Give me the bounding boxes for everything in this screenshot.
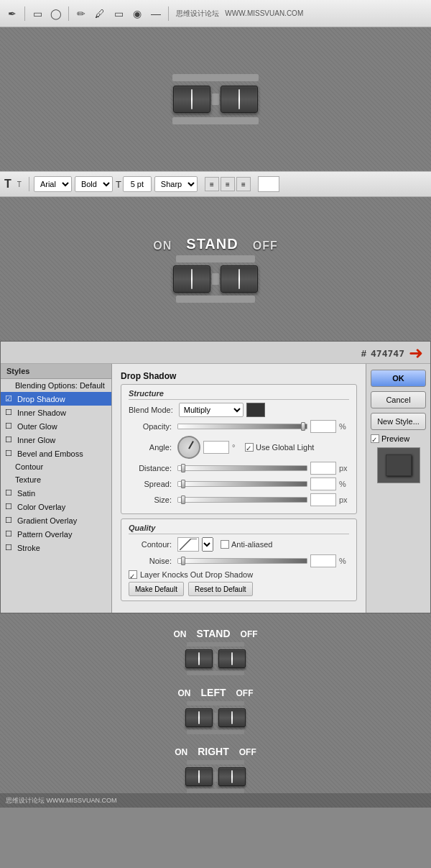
spread-slider[interactable] (177, 481, 307, 487)
texture-label: Texture (15, 475, 41, 484)
satin-check: ☐ (5, 488, 12, 498)
text-toolbar-sep-1 (29, 177, 29, 191)
row3-handle-right[interactable] (218, 767, 246, 786)
blend-mode-label: Blend Mode: (129, 406, 173, 414)
size-value[interactable]: 1 (310, 493, 336, 506)
font-style-select[interactable]: Bold (75, 176, 113, 192)
toggle-handle-2-left[interactable] (173, 265, 210, 293)
toggle-handle-2-right[interactable] (221, 265, 258, 293)
style-bevel-emboss[interactable]: ☐ Bevel and Emboss (1, 447, 111, 460)
tool-pen[interactable]: ✒ (4, 6, 20, 22)
align-right-btn[interactable]: ≡ (236, 177, 251, 191)
global-light-cb[interactable]: ✓ (245, 443, 254, 452)
noise-slider[interactable] (177, 558, 307, 564)
spread-thumb[interactable] (181, 480, 185, 488)
font-size-input[interactable] (123, 176, 152, 192)
ok-button[interactable]: OK (371, 370, 426, 387)
label-off: OFF (253, 239, 278, 252)
tool-ellipse[interactable]: ◯ (48, 6, 64, 22)
toggle-handle-left[interactable] (173, 86, 210, 113)
color-overlay-check: ☐ (5, 502, 12, 511)
opacity-slider[interactable] (177, 424, 307, 429)
inner-shadow-check: ☐ (5, 408, 12, 417)
tool-shape1[interactable]: ▭ (111, 6, 126, 22)
tool-pen2[interactable]: ✏ (73, 6, 89, 22)
size-unit: px (339, 495, 349, 504)
toggle-handle-group (173, 86, 258, 113)
row3-handle-left[interactable] (185, 767, 213, 786)
preview-check-row: ✓ Preview (371, 434, 426, 443)
reset-btn[interactable]: Reset to Default (188, 582, 253, 596)
noise-value[interactable]: 0 (310, 554, 336, 567)
style-color-overlay[interactable]: ☐ Color Overlay (1, 500, 111, 513)
style-blending-default[interactable]: Blending Options: Default (1, 379, 111, 392)
hash-symbol: # (361, 348, 366, 359)
style-inner-glow[interactable]: ☐ Inner Glow (1, 433, 111, 447)
make-default-btn[interactable]: Make Default (129, 582, 184, 596)
angle-value[interactable]: 120 (203, 441, 229, 454)
align-center-btn[interactable]: ≡ (221, 177, 235, 191)
style-texture[interactable]: Texture (1, 473, 111, 486)
row3-label-off: OFF (239, 747, 256, 757)
distance-value[interactable]: 1 (310, 462, 336, 475)
global-light-label[interactable]: ✓ Use Global Light (245, 443, 314, 452)
switch-labels-top: ON STAND OFF (153, 236, 277, 252)
row1-handle-right[interactable] (218, 649, 246, 668)
style-stroke[interactable]: ☐ Stroke (1, 541, 111, 554)
distance-thumb[interactable] (181, 464, 185, 472)
contour-dropdown[interactable]: ▼ (202, 537, 213, 552)
layer-knocks-cb[interactable]: ✓ (129, 570, 137, 579)
row2-connector (213, 713, 218, 723)
opacity-thumb[interactable] (301, 422, 305, 431)
switch-row-3: ON RIGHT OFF (175, 746, 256, 793)
size-thumb[interactable] (181, 495, 185, 504)
style-pattern-overlay[interactable]: ☐ Pattern Overlay (1, 527, 111, 541)
align-left-btn[interactable]: ≡ (205, 177, 219, 191)
text-tool-T-large: T (4, 178, 11, 191)
style-gradient-overlay[interactable]: ☐ Gradient Overlay (1, 513, 111, 527)
size-slider[interactable] (177, 497, 307, 503)
preview-cb[interactable]: ✓ (371, 434, 379, 443)
angle-unit: ° (232, 443, 242, 452)
opacity-value[interactable]: 100 (310, 420, 336, 433)
angle-dial[interactable] (177, 436, 200, 459)
tool-brush[interactable]: 🖊 (92, 6, 108, 22)
anti-aliased-cb[interactable] (221, 540, 229, 549)
style-inner-shadow[interactable]: ☐ Inner Shadow (1, 406, 111, 419)
text-color-box[interactable] (258, 176, 279, 192)
toggle-handle-right[interactable] (221, 86, 258, 113)
cancel-button[interactable]: Cancel (371, 391, 426, 408)
contour-preview[interactable] (177, 537, 199, 552)
blend-mode-select[interactable]: Multiply (179, 403, 244, 417)
stroke-check: ☐ (5, 543, 12, 552)
layer-style-dialog: # 474747 ➜ Styles Blending Options: Defa… (0, 341, 431, 613)
tool-rect[interactable]: ▭ (29, 6, 45, 22)
shadow-color-box[interactable] (246, 403, 265, 417)
new-style-button[interactable]: New Style... (371, 413, 426, 430)
row1-label-stand: STAND (196, 628, 230, 639)
row1-handle-left[interactable] (185, 649, 213, 668)
row2-handle-left[interactable] (185, 708, 213, 727)
spread-value[interactable]: 0 (310, 478, 336, 490)
row2-handle-right[interactable] (218, 708, 246, 727)
size-label: Size: (129, 495, 172, 504)
global-light-text: Use Global Light (256, 443, 314, 452)
switch-row-1: ON STAND OFF (173, 628, 257, 675)
noise-thumb[interactable] (181, 557, 185, 565)
style-contour[interactable]: Contour (1, 460, 111, 473)
style-outer-glow[interactable]: ☐ Outer Glow (1, 419, 111, 433)
pattern-overlay-check: ☐ (5, 529, 12, 539)
styles-panel: Styles Blending Options: Default ☑ Drop … (1, 364, 112, 613)
style-satin[interactable]: ☐ Satin (1, 486, 111, 500)
style-drop-shadow[interactable]: ☑ Drop Shadow (1, 392, 111, 406)
opacity-label: Opacity: (129, 422, 172, 431)
distance-label: Distance: (129, 464, 172, 472)
row2-handle-group (185, 708, 246, 727)
tool-shape2[interactable]: ◉ (129, 6, 145, 22)
font-family-select[interactable]: Arial (34, 176, 72, 192)
anti-aliased-label[interactable]: Anti-aliased (221, 540, 272, 549)
row3-connector (213, 772, 218, 782)
anti-alias-select[interactable]: Sharp (154, 176, 198, 192)
distance-slider[interactable] (177, 465, 307, 471)
tool-line[interactable]: — (148, 6, 164, 22)
